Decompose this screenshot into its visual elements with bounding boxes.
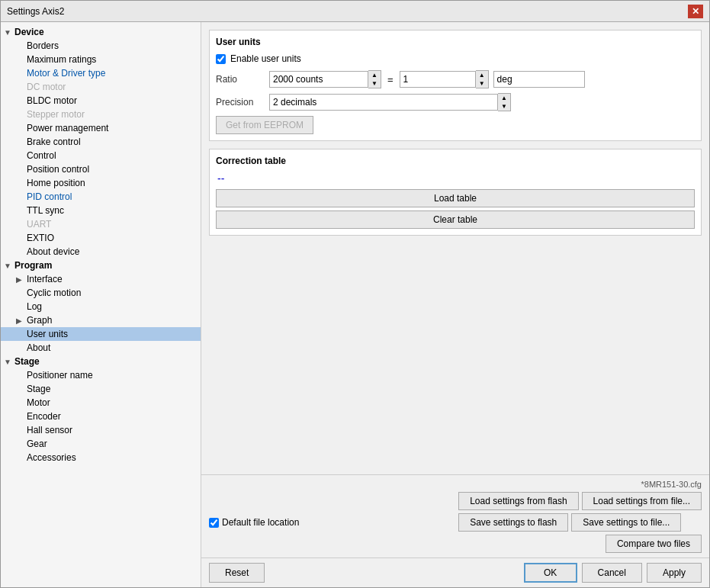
sidebar-item-stage[interactable]: Stage	[1, 382, 201, 396]
get-from-eeprom-row: Get from EEPROM	[216, 116, 695, 134]
sidebar-item-power-management[interactable]: Power management	[1, 121, 201, 135]
sidebar-item-brake-control[interactable]: Brake control	[1, 135, 201, 149]
default-file-checkbox[interactable]	[209, 518, 219, 528]
precision-spinner-btns: ▲ ▼	[498, 93, 511, 111]
save-to-flash-btn[interactable]: Save settings to flash	[458, 513, 568, 532]
ratio-value-input[interactable]	[269, 71, 368, 88]
sidebar-item-about-device[interactable]: About device	[1, 245, 201, 259]
load-table-btn[interactable]: Load table	[216, 189, 695, 207]
sidebar-item-dc-motor[interactable]: DC motor	[1, 80, 201, 94]
sidebar-section-program[interactable]: ▼ Program	[1, 259, 201, 272]
bottom-right-buttons: Load settings from flash Load settings f…	[458, 492, 702, 553]
sidebar-item-accessories[interactable]: Accessories	[1, 451, 201, 464]
ratio-unit-input[interactable]	[493, 71, 585, 88]
sidebar-item-control-label: Control	[27, 150, 56, 161]
sidebar-item-extio-label: EXTIO	[27, 233, 54, 243]
default-file-row: Default file location	[209, 517, 299, 528]
default-file-label[interactable]: Default file location	[222, 517, 299, 528]
sidebar-item-pid-control[interactable]: PID control	[1, 190, 201, 204]
sidebar-item-position-control[interactable]: Position control	[1, 162, 201, 176]
sidebar-item-motor-driver-type[interactable]: Motor & Driver type	[1, 66, 201, 80]
apply-btn[interactable]: Apply	[647, 563, 702, 583]
sidebar-item-control[interactable]: Control	[1, 149, 201, 162]
expand-icon-stage: ▼	[4, 358, 14, 366]
correction-table-section: Correction table -- Load table Clear tab…	[209, 149, 702, 236]
load-from-flash-btn[interactable]: Load settings from flash	[458, 492, 578, 510]
sidebar-item-pid-control-label: PID control	[27, 191, 72, 202]
bottom-right-row1: Load settings from flash Load settings f…	[458, 492, 702, 510]
sidebar-item-power-management-label: Power management	[27, 123, 108, 133]
reset-btn[interactable]: Reset	[209, 563, 265, 583]
correction-table-title: Correction table	[216, 156, 695, 166]
sidebar-item-user-units-label: User units	[27, 329, 68, 339]
precision-increment-btn[interactable]: ▲	[498, 94, 510, 102]
sidebar-item-encoder-label: Encoder	[27, 411, 61, 422]
settings-area: User units Enable user units Ratio ▲ ▼	[201, 22, 709, 474]
sidebar-item-gear-label: Gear	[27, 439, 47, 449]
sidebar-item-interface-label: Interface	[27, 274, 63, 284]
sidebar-item-about-device-label: About device	[27, 246, 79, 257]
sidebar-item-borders[interactable]: Borders	[1, 39, 201, 53]
sidebar-item-motor[interactable]: Motor	[1, 396, 201, 410]
sidebar-item-motor-driver-type-label: Motor & Driver type	[27, 68, 105, 79]
load-from-file-btn[interactable]: Load settings from file...	[582, 492, 702, 510]
cancel-btn[interactable]: Cancel	[582, 563, 642, 583]
enable-user-units-checkbox[interactable]	[216, 54, 226, 64]
enable-user-units-row: Enable user units	[216, 53, 695, 64]
sidebar-item-accessories-label: Accessories	[27, 452, 76, 463]
sidebar-item-bldc-motor[interactable]: BLDC motor	[1, 94, 201, 108]
settings-window: Settings Axis2 ✕ ▼ Device Borders Maximu…	[0, 0, 710, 588]
sidebar-item-stepper-motor[interactable]: Stepper motor	[1, 108, 201, 121]
enable-user-units-label[interactable]: Enable user units	[230, 53, 301, 64]
user-units-section: User units Enable user units Ratio ▲ ▼	[209, 30, 702, 141]
ratio-decrement-btn[interactable]: ▼	[368, 79, 381, 88]
ratio-label: Ratio	[216, 74, 269, 85]
ratio-right-value-input[interactable]	[400, 71, 476, 88]
sidebar-item-stepper-motor-label: Stepper motor	[27, 109, 85, 120]
ratio-right-increment-btn[interactable]: ▲	[476, 71, 488, 79]
get-from-eeprom-btn[interactable]: Get from EEPROM	[216, 116, 313, 134]
clear-table-btn[interactable]: Clear table	[216, 210, 695, 229]
sidebar-item-cyclic-motion[interactable]: Cyclic motion	[1, 286, 201, 300]
sidebar-item-extio[interactable]: EXTIO	[1, 231, 201, 245]
bottom-right-row3: Compare two files	[458, 535, 702, 553]
sidebar-item-ttl-sync-label: TTL sync	[27, 205, 64, 216]
sidebar-item-user-units[interactable]: User units	[1, 327, 201, 341]
sidebar-item-positioner-name[interactable]: Positioner name	[1, 368, 201, 382]
sidebar-item-cyclic-motion-label: Cyclic motion	[27, 288, 81, 298]
sidebar-item-uart[interactable]: UART	[1, 217, 201, 231]
precision-decrement-btn[interactable]: ▼	[498, 102, 510, 111]
close-button[interactable]: ✕	[688, 5, 703, 18]
precision-row: Precision ▲ ▼	[216, 93, 695, 111]
ok-btn[interactable]: OK	[524, 563, 577, 583]
sidebar-item-log-label: Log	[27, 301, 42, 312]
window-title: Settings Axis2	[7, 6, 64, 17]
user-units-title: User units	[216, 37, 695, 47]
save-to-file-btn[interactable]: Save settings to file...	[571, 513, 681, 532]
sidebar-item-interface[interactable]: ▶ Interface	[1, 272, 201, 286]
sidebar-item-brake-control-label: Brake control	[27, 137, 81, 147]
ratio-eq-sign: =	[387, 74, 394, 85]
right-panel: User units Enable user units Ratio ▲ ▼	[201, 22, 709, 587]
sidebar-item-maximum-ratings[interactable]: Maximum ratings	[1, 53, 201, 66]
sidebar-item-positioner-name-label: Positioner name	[27, 370, 93, 381]
sidebar-item-gear[interactable]: Gear	[1, 437, 201, 451]
sidebar-item-hall-sensor[interactable]: Hall sensor	[1, 423, 201, 437]
ratio-increment-btn[interactable]: ▲	[368, 71, 381, 79]
sidebar-item-home-position[interactable]: Home position	[1, 176, 201, 190]
sidebar-section-device[interactable]: ▼ Device	[1, 25, 201, 39]
precision-input[interactable]	[269, 94, 498, 111]
sidebar-item-about[interactable]: About	[1, 341, 201, 355]
ratio-right-spinner: ▲ ▼	[400, 70, 489, 88]
sidebar-item-encoder[interactable]: Encoder	[1, 410, 201, 423]
sidebar-item-log[interactable]: Log	[1, 300, 201, 313]
ratio-right-decrement-btn[interactable]: ▼	[476, 79, 488, 88]
sidebar-item-graph[interactable]: ▶ Graph	[1, 313, 201, 327]
sidebar-section-stage[interactable]: ▼ Stage	[1, 355, 201, 368]
ratio-row: Ratio ▲ ▼ = ▲	[216, 70, 695, 88]
ratio-right-spinner-btns: ▲ ▼	[476, 70, 489, 88]
bottom-buttons: Default file location Load settings from…	[209, 492, 702, 553]
compare-two-files-btn[interactable]: Compare two files	[606, 535, 702, 553]
sidebar-item-ttl-sync[interactable]: TTL sync	[1, 204, 201, 217]
precision-select-wrap: ▲ ▼	[269, 93, 695, 111]
